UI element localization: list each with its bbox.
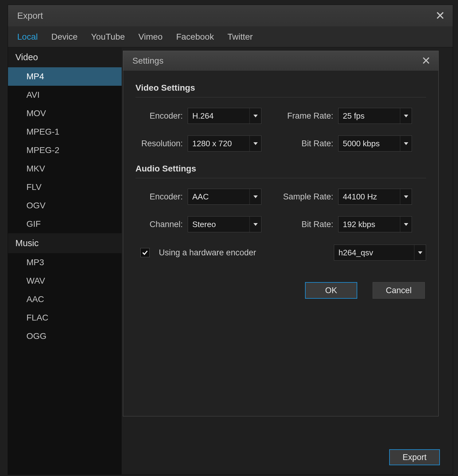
tab-youtube[interactable]: YouTube [91, 32, 125, 42]
label-channel: Channel: [135, 220, 188, 229]
sidebar-item-mov[interactable]: MOV [8, 104, 122, 123]
label-hardware-encoder: Using a hardware encoder [159, 248, 328, 258]
dropdown-value: 1280 x 720 [192, 139, 232, 148]
chevron-down-icon [400, 189, 412, 204]
chevron-down-icon [249, 136, 261, 151]
titlebar: Export ✕ [8, 5, 453, 26]
sidebar-item-avi[interactable]: AVI [8, 86, 122, 104]
window-title: Export [17, 11, 43, 21]
dropdown-value: AAC [192, 192, 209, 202]
dropdown-channel[interactable]: Stereo [188, 216, 261, 232]
dropdown-video-bitrate[interactable]: 5000 kbps [338, 136, 412, 151]
dropdown-value: h264_qsv [339, 248, 373, 258]
tab-facebook[interactable]: Facebook [176, 32, 214, 42]
settings-dialog: Settings ✕ Video Settings Encoder: H.264… [123, 51, 439, 416]
sidebar-item-mkv[interactable]: MKV [8, 159, 122, 178]
audio-settings-heading: Audio Settings [135, 164, 426, 174]
export-button[interactable]: Export [389, 449, 440, 465]
dropdown-value: 5000 kbps [343, 139, 380, 148]
divider [135, 178, 426, 178]
chevron-down-icon [414, 245, 426, 260]
dropdown-resolution[interactable]: 1280 x 720 [188, 136, 261, 151]
row-video-encoder-framerate: Encoder: H.264 Frame Rate: 25 fps [135, 108, 426, 124]
chevron-down-icon [249, 189, 261, 204]
label-audio-encoder: Encoder: [135, 192, 188, 202]
label-resolution: Resolution: [135, 139, 188, 148]
sidebar-item-flac[interactable]: FLAC [8, 309, 122, 327]
tab-local[interactable]: Local [17, 32, 38, 42]
row-audio-encoder-samplerate: Encoder: AAC Sample Rate: 44100 Hz [135, 189, 426, 205]
sidebar-item-ogv[interactable]: OGV [8, 196, 122, 215]
cancel-button[interactable]: Cancel [373, 282, 425, 299]
dropdown-hardware-encoder[interactable]: h264_qsv [334, 245, 426, 261]
dropdown-value: 44100 Hz [343, 192, 377, 202]
label-frame-rate: Frame Rate: [277, 111, 338, 121]
tab-vimeo[interactable]: Vimeo [139, 32, 163, 42]
dropdown-value: H.264 [192, 111, 213, 121]
sidebar-item-ogg[interactable]: OGG [8, 327, 122, 345]
chevron-down-icon [249, 108, 261, 124]
check-icon [142, 249, 148, 256]
chevron-down-icon [249, 217, 261, 232]
dropdown-video-encoder[interactable]: H.264 [188, 108, 261, 124]
tabs-bar: Local Device YouTube Vimeo Facebook Twit… [8, 26, 453, 47]
divider [135, 97, 426, 97]
checkbox-hardware-encoder[interactable] [140, 248, 150, 257]
dropdown-value: 192 kbps [343, 220, 375, 229]
sidebar: Video MP4 AVI MOV MPEG-1 MPEG-2 MKV FLV … [8, 47, 122, 474]
sidebar-item-flv[interactable]: FLV [8, 178, 122, 196]
label-audio-bitrate: Bit Rate: [277, 220, 338, 229]
dialog-buttons: OK Cancel [135, 282, 426, 299]
chevron-down-icon [400, 136, 412, 151]
sidebar-item-gif[interactable]: GIF [8, 215, 122, 233]
dropdown-frame-rate[interactable]: 25 fps [338, 108, 412, 124]
sidebar-item-aac[interactable]: AAC [8, 290, 122, 309]
dropdown-value: 25 fps [343, 111, 365, 121]
label-video-encoder: Encoder: [135, 111, 188, 121]
sidebar-item-mp3[interactable]: MP3 [8, 253, 122, 272]
close-icon[interactable]: ✕ [435, 10, 445, 22]
dropdown-audio-encoder[interactable]: AAC [188, 189, 261, 205]
label-sample-rate: Sample Rate: [277, 192, 338, 202]
label-video-bitrate: Bit Rate: [277, 139, 338, 148]
sidebar-item-mp4[interactable]: MP4 [8, 67, 122, 86]
settings-titlebar: Settings ✕ [123, 51, 438, 71]
ok-button[interactable]: OK [305, 282, 357, 299]
tab-twitter[interactable]: Twitter [227, 32, 252, 42]
settings-body: Video Settings Encoder: H.264 Frame Rate… [123, 71, 438, 308]
dropdown-value: Stereo [192, 220, 216, 229]
settings-close-icon[interactable]: ✕ [421, 55, 431, 66]
tab-device[interactable]: Device [51, 32, 78, 42]
row-resolution-bitrate: Resolution: 1280 x 720 Bit Rate: 5000 kb… [135, 136, 426, 151]
row-hardware-encoder: Using a hardware encoder h264_qsv [135, 245, 426, 261]
sidebar-item-mpeg1[interactable]: MPEG-1 [8, 123, 122, 141]
chevron-down-icon [400, 217, 412, 232]
settings-title: Settings [132, 56, 163, 66]
chevron-down-icon [400, 108, 412, 124]
dropdown-sample-rate[interactable]: 44100 Hz [338, 189, 412, 205]
sidebar-category-video: Video [8, 47, 122, 67]
video-settings-heading: Video Settings [135, 83, 426, 93]
dropdown-audio-bitrate[interactable]: 192 kbps [338, 216, 412, 232]
row-channel-bitrate: Channel: Stereo Bit Rate: 192 kbps [135, 216, 426, 232]
sidebar-category-music: Music [8, 233, 122, 253]
sidebar-item-wav[interactable]: WAV [8, 272, 122, 290]
sidebar-item-mpeg2[interactable]: MPEG-2 [8, 141, 122, 159]
